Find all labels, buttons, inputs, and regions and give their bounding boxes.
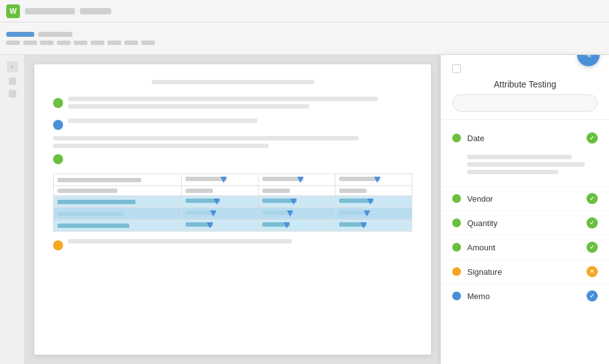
doc-row-1 bbox=[53, 97, 412, 112]
tool-btn-6[interactable] bbox=[91, 41, 104, 45]
tool-btn-2[interactable] bbox=[23, 41, 37, 45]
toolbar bbox=[0, 22, 609, 55]
doc-line-e1 bbox=[53, 136, 359, 140]
table-row-4-highlighted bbox=[54, 208, 412, 220]
attribute-list: Date ✓ Vendor ✓ Quantity ✓ bbox=[441, 120, 609, 314]
attr-dot-memo bbox=[452, 292, 461, 300]
app-name-placeholder bbox=[25, 8, 75, 14]
panel-checkbox-row bbox=[452, 64, 598, 73]
doc-line-1a bbox=[68, 97, 378, 101]
toolbar-tab1[interactable] bbox=[38, 32, 72, 37]
doc-line-2a bbox=[68, 119, 257, 123]
tool-btn-3[interactable] bbox=[40, 41, 54, 45]
date-detail-line-3 bbox=[467, 170, 558, 174]
attr-item-vendor: Vendor ✓ bbox=[441, 187, 609, 211]
doc-green-dot-2 bbox=[53, 154, 63, 164]
date-detail bbox=[452, 155, 598, 177]
doc-title-line bbox=[152, 80, 314, 84]
top-bar: W bbox=[0, 0, 609, 22]
attr-item-amount: Amount ✓ bbox=[441, 235, 609, 260]
doc-line-e2 bbox=[53, 144, 269, 148]
sidebar-collapse-btn[interactable]: › bbox=[7, 61, 18, 72]
doc-row-2 bbox=[53, 119, 412, 130]
doc-row-bottom bbox=[53, 239, 412, 250]
table-row-5-highlighted bbox=[54, 220, 412, 232]
tool-btn-8[interactable] bbox=[124, 41, 138, 45]
table-row-2 bbox=[54, 186, 412, 196]
attr-name-signature: Signature bbox=[467, 267, 580, 277]
attr-dot-vendor bbox=[452, 194, 461, 203]
attr-item-memo: Memo ✓ bbox=[441, 284, 609, 308]
tool-btn-5[interactable] bbox=[74, 41, 87, 45]
doc-extra-lines bbox=[53, 136, 412, 148]
attr-dot-amount bbox=[452, 243, 461, 252]
date-detail-line-2 bbox=[467, 162, 585, 167]
panel-search-input[interactable] bbox=[452, 94, 598, 112]
tool-btn-9[interactable] bbox=[141, 41, 155, 45]
tool-btn-4[interactable] bbox=[57, 41, 71, 45]
attr-status-memo: ✓ bbox=[587, 290, 598, 302]
attr-status-vendor: ✓ bbox=[587, 193, 598, 204]
date-detail-line-1 bbox=[467, 155, 572, 159]
doc-blue-dot-1 bbox=[53, 120, 63, 130]
table-row-1 bbox=[54, 174, 412, 186]
attr-item-signature: Signature ✕ bbox=[441, 260, 609, 284]
table-row-3-highlighted bbox=[54, 196, 412, 208]
panel-title: Attribute Testing bbox=[452, 79, 598, 89]
attr-name-memo: Memo bbox=[467, 292, 580, 301]
doc-text-group-1 bbox=[68, 97, 412, 112]
sidebar-item-1 bbox=[9, 77, 16, 85]
document-paper bbox=[34, 64, 431, 355]
left-sidebar: › bbox=[0, 55, 25, 364]
document-area bbox=[25, 55, 440, 364]
pencil-icon: ✎ bbox=[585, 55, 592, 60]
app-logo: W bbox=[6, 4, 20, 18]
doc-text-group-2 bbox=[68, 119, 412, 127]
attr-status-signature: ✕ bbox=[587, 266, 598, 277]
toolbar-tab-active[interactable] bbox=[6, 32, 34, 37]
doc-table-section bbox=[53, 174, 412, 232]
date-top-row: Date ✓ bbox=[452, 132, 598, 144]
attr-item-quantity: Quantity ✓ bbox=[441, 211, 609, 235]
doc-text-group-bottom bbox=[68, 239, 412, 247]
attr-dot-signature bbox=[452, 267, 461, 276]
attr-status-quantity: ✓ bbox=[587, 217, 598, 229]
attr-name-amount: Amount bbox=[467, 243, 580, 252]
attr-name-quantity: Quantity bbox=[467, 219, 580, 228]
attr-dot-quantity bbox=[452, 219, 461, 227]
tool-btn-1[interactable] bbox=[6, 41, 20, 45]
attr-dot-date bbox=[452, 134, 461, 142]
doc-line-bottom bbox=[68, 239, 292, 243]
doc-table bbox=[53, 174, 412, 232]
panel-header: ✎ Attribute Testing bbox=[441, 55, 609, 120]
menu-placeholder bbox=[80, 8, 111, 14]
panel-select-all-checkbox[interactable] bbox=[452, 64, 461, 73]
main-layout: › bbox=[0, 55, 609, 364]
attr-status-amount: ✓ bbox=[587, 242, 598, 253]
tool-btn-7[interactable] bbox=[107, 41, 121, 45]
attr-name-date: Date bbox=[467, 134, 580, 143]
attr-status-date: ✓ bbox=[587, 132, 598, 144]
doc-orange-dot bbox=[53, 240, 63, 250]
sidebar-item-2 bbox=[9, 90, 16, 97]
doc-line-1b bbox=[68, 104, 309, 109]
doc-row-3 bbox=[53, 153, 412, 164]
attr-name-vendor: Vendor bbox=[467, 194, 580, 204]
right-panel: ✎ Attribute Testing Date ✓ bbox=[440, 55, 609, 364]
attr-item-date: Date ✓ bbox=[441, 126, 609, 187]
doc-green-dot-1 bbox=[53, 98, 63, 108]
